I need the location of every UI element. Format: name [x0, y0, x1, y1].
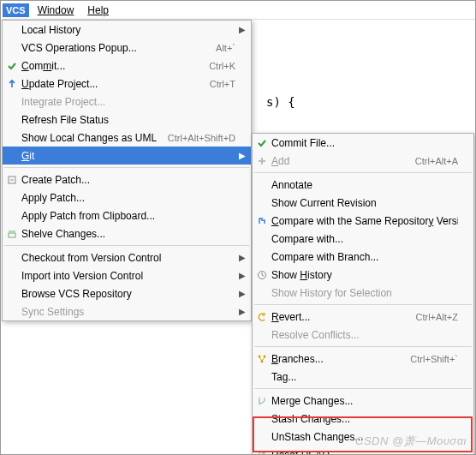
- shelve-icon: [6, 228, 18, 240]
- item-tag[interactable]: Tag...: [253, 368, 473, 386]
- menu-separator: [254, 172, 472, 173]
- item-update-project[interactable]: Update Project...Ctrl+T: [3, 75, 251, 93]
- watermark: CSDN @萧—Μουσαι: [355, 434, 467, 449]
- item-refresh[interactable]: Refresh File Status: [3, 111, 251, 129]
- item-compare-with[interactable]: Compare with...: [253, 230, 473, 248]
- item-git[interactable]: Git▶: [3, 147, 251, 165]
- revert-icon: [256, 311, 268, 323]
- menu-separator: [4, 245, 249, 246]
- submenu-arrow-icon: ▶: [239, 253, 246, 262]
- svg-point-7: [259, 355, 261, 357]
- item-integrate: Integrate Project...: [3, 93, 251, 111]
- item-resolve-conflicts: Resolve Conflicts...: [253, 326, 473, 344]
- item-merge[interactable]: Merge Changes...: [253, 392, 473, 410]
- merge-icon: [256, 395, 268, 407]
- item-compare-branch[interactable]: Compare with Branch...: [253, 248, 473, 266]
- submenu-arrow-icon: ▶: [239, 307, 246, 316]
- vcs-badge: VCS: [3, 3, 29, 17]
- item-shelve[interactable]: Shelve Changes...: [3, 225, 251, 242]
- item-apply-patch[interactable]: Apply Patch...: [3, 189, 251, 207]
- item-show-history[interactable]: Show History: [253, 266, 473, 284]
- checkmark-icon: [6, 60, 18, 72]
- clock-icon: [256, 269, 268, 281]
- update-arrow-icon: [6, 78, 18, 90]
- item-compare-repo[interactable]: Compare with the Same Repository Version: [253, 212, 473, 230]
- git-submenu: Commit File... AddCtrl+Alt+A Annotate Sh…: [252, 133, 474, 455]
- item-revert[interactable]: Revert...Ctrl+Alt+Z: [253, 308, 473, 326]
- item-sync-settings: Sync Settings▶: [3, 302, 251, 320]
- checkmark-icon: [256, 137, 268, 149]
- submenu-arrow-icon: ▶: [239, 271, 246, 280]
- menu-help[interactable]: Help: [80, 2, 116, 19]
- menu-separator: [254, 346, 472, 347]
- item-stash[interactable]: Stash Changes...: [253, 410, 473, 428]
- item-annotate[interactable]: Annotate: [253, 176, 473, 194]
- menu-window[interactable]: Window: [31, 2, 81, 19]
- svg-rect-2: [9, 233, 15, 237]
- item-show-uml[interactable]: Show Local Changes as UMLCtrl+Alt+Shift+…: [3, 129, 251, 147]
- item-add: AddCtrl+Alt+A: [253, 152, 473, 170]
- vcs-menu: Local History▶ VCS Operations Popup...Al…: [2, 20, 252, 321]
- menubar: VCS Window Help: [1, 1, 475, 20]
- reset-icon: [256, 449, 268, 456]
- item-import-vcs[interactable]: Import into Version Control▶: [3, 266, 251, 284]
- item-checkout-vcs[interactable]: Checkout from Version Control▶: [3, 248, 251, 266]
- item-commit[interactable]: Commit...Ctrl+K: [3, 57, 251, 75]
- menu-separator: [4, 167, 249, 168]
- item-commit-file[interactable]: Commit File...: [253, 134, 473, 152]
- item-apply-clipboard[interactable]: Apply Patch from Clipboard...: [3, 207, 251, 225]
- submenu-arrow-icon: ▶: [239, 289, 246, 298]
- editor-code-fragment: s) {: [266, 95, 295, 109]
- item-branches[interactable]: Branches...Ctrl+Shift+`: [253, 350, 473, 368]
- patch-icon: [6, 174, 18, 186]
- menu-separator: [254, 388, 472, 389]
- menu-separator: [254, 304, 472, 305]
- item-browse-repo[interactable]: Browse VCS Repository▶: [3, 284, 251, 302]
- submenu-arrow-icon: ▶: [239, 151, 246, 160]
- svg-point-9: [261, 360, 264, 362]
- plus-icon: [256, 155, 268, 167]
- item-local-history[interactable]: Local History▶: [3, 21, 251, 39]
- compare-icon: [256, 215, 268, 227]
- svg-point-8: [264, 355, 266, 357]
- item-create-patch[interactable]: Create Patch...: [3, 171, 251, 189]
- submenu-arrow-icon: ▶: [239, 25, 246, 34]
- branch-icon: [256, 353, 268, 365]
- item-show-history-selection: Show History for Selection: [253, 284, 473, 302]
- item-vcs-operations-popup[interactable]: VCS Operations Popup...Alt+`: [3, 39, 251, 57]
- item-show-current-rev[interactable]: Show Current Revision: [253, 194, 473, 212]
